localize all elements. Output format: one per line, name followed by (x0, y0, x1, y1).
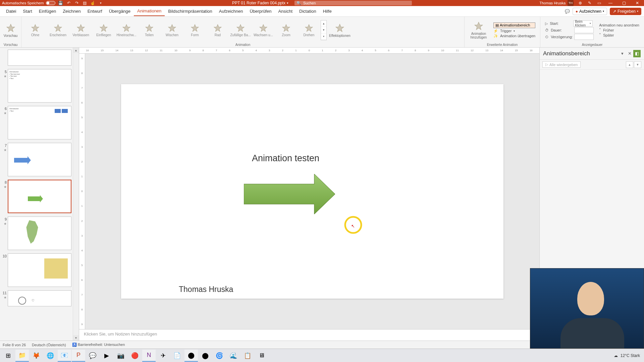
weather-icon[interactable]: ☁ (614, 353, 618, 358)
move-up-button[interactable]: ▲ (626, 61, 633, 68)
filename[interactable]: PPT 01 Roter Faden 004.pptx ▾ (232, 1, 288, 5)
anim-zoom[interactable]: Zoom (275, 22, 297, 38)
slide-thumb-5[interactable]: Animationen• Text text text• Text text• … (8, 69, 71, 103)
tab-ansicht[interactable]: Ansicht (275, 7, 296, 16)
coming-soon-icon[interactable]: ✎ (587, 0, 592, 6)
from-beginning-icon[interactable]: ▤ (82, 0, 88, 6)
tab-hilfe[interactable]: Hilfe (320, 7, 335, 16)
slide-canvas[interactable]: Animation testen ↖ Thomas Hruska (121, 84, 503, 299)
pane-dropdown-icon[interactable]: ▾ (619, 50, 626, 57)
maximize-button[interactable]: ▢ (619, 0, 629, 6)
move-earlier-button[interactable]: ˄Früher (599, 28, 639, 32)
gallery-up-icon[interactable]: ▲ (321, 20, 326, 27)
slide-thumb-9[interactable] (8, 217, 71, 250)
notes-pane[interactable]: Klicken Sie, um Notizen hinzuzufügen (79, 329, 539, 341)
anim-verblassen[interactable]: Verblassen (70, 22, 92, 38)
slide-title-text[interactable]: Animation testen (252, 153, 319, 164)
slide-thumb-7[interactable] (8, 143, 71, 176)
slide-thumb-10[interactable] (8, 253, 71, 287)
animation-pane-button[interactable]: ▤ Animationsbereich (493, 22, 535, 28)
tab-entwurf[interactable]: Entwurf (84, 7, 106, 16)
move-later-button[interactable]: ˅Später (599, 33, 639, 37)
app-icon[interactable]: 🔴 (128, 350, 142, 362)
tab-aufzeichnen[interactable]: Aufzeichnen (216, 7, 247, 16)
play-all-button[interactable]: ▷ Alle wiedergeben (542, 61, 581, 68)
tab-datei[interactable]: Datei (3, 7, 19, 16)
pane-close-icon[interactable]: ✕ (626, 50, 633, 57)
trigger-button[interactable]: ⚡ Trigger ▾ (493, 29, 535, 33)
animation-painter-button[interactable]: ✨ Animation übertragen (493, 34, 535, 38)
sync-icon[interactable]: ⊕ (578, 0, 583, 6)
tab-zeichnen[interactable]: Zeichnen (59, 7, 84, 16)
pane-undock-icon[interactable]: ◧ (633, 50, 641, 57)
anim-wischen[interactable]: Wischen (161, 22, 183, 38)
anim-zufaellige[interactable]: Zufällige Ba... (229, 22, 252, 38)
slide-thumb-11[interactable]: ♡ (8, 290, 71, 306)
app-icon[interactable]: 📋 (241, 350, 254, 362)
animation-gallery[interactable]: Ohne Erscheinen Verblassen Einfliegen Hi… (24, 20, 352, 40)
powerpoint-icon[interactable]: P (72, 350, 85, 362)
app-icon[interactable]: ⬤ (199, 350, 212, 362)
anim-rad[interactable]: Rad (207, 22, 229, 38)
weather-text[interactable]: 12°C Stark (621, 353, 640, 358)
add-animation-button[interactable]: Animation hinzufügen (467, 20, 490, 41)
file-explorer-icon[interactable]: 📁 (15, 350, 29, 362)
tab-ueberpruefen[interactable]: Überprüfen (246, 7, 275, 16)
start-button[interactable]: ⊞ (1, 350, 15, 362)
anim-einfliegen[interactable]: Einfliegen (93, 22, 115, 38)
app-icon[interactable]: 💬 (86, 350, 99, 362)
app-icon[interactable]: 🖥 (255, 350, 268, 362)
green-arrow-shape[interactable] (244, 174, 335, 214)
comments-button[interactable]: 💬 (565, 9, 570, 14)
preview-button[interactable]: Vorschau (3, 22, 18, 39)
firefox-icon[interactable]: 🦊 (30, 350, 43, 362)
tab-einfuegen[interactable]: Einfügen (36, 7, 59, 16)
anim-erscheinen[interactable]: Erscheinen (47, 22, 69, 38)
outlook-icon[interactable]: 📧 (58, 350, 71, 362)
anim-drehen[interactable]: Drehen (298, 22, 320, 38)
app-icon[interactable]: 📷 (114, 350, 127, 362)
tab-dictation[interactable]: Dictation (296, 7, 320, 16)
app-icon[interactable]: 🌀 (213, 350, 226, 362)
move-down-button[interactable]: ▼ (634, 61, 641, 68)
effect-options-button[interactable]: Effektoptionen (327, 22, 352, 39)
window-mode-icon[interactable]: ▭ (596, 0, 602, 6)
close-button[interactable]: ✕ (633, 0, 642, 6)
canvas-area[interactable]: Animation testen ↖ Thomas Hruska (85, 54, 539, 329)
thumb-scrollbar[interactable]: ▲ ▼ (73, 48, 79, 341)
slide-thumb-6[interactable]: Animationen• Text (8, 106, 71, 139)
gallery-more-icon[interactable]: ▾ (321, 34, 326, 40)
redo-icon[interactable]: ↷ (74, 0, 79, 6)
touch-mode-icon[interactable]: ☝ (90, 0, 96, 6)
gallery-down-icon[interactable]: ▼ (321, 27, 326, 33)
vlc-icon[interactable]: ▶ (100, 350, 113, 362)
record-button[interactable]: ● Aufzeichnen ▾ (573, 8, 607, 15)
autosave-toggle[interactable]: Automatisches Speichern (2, 1, 55, 5)
slide-thumb-partial[interactable] (8, 50, 71, 66)
tab-start[interactable]: Start (19, 7, 35, 16)
anim-form[interactable]: Form (184, 22, 206, 38)
chevron-down-icon[interactable]: ▾ (287, 1, 288, 5)
tab-animationen[interactable]: Animationen (134, 6, 165, 16)
obs-icon[interactable]: ⬤ (184, 350, 198, 362)
toggle-switch-icon[interactable] (46, 1, 55, 5)
chrome-icon[interactable]: 🌐 (44, 350, 57, 362)
share-button[interactable]: ↗ Freigeben ▾ (610, 8, 641, 15)
anim-hineinschweben[interactable]: Hineinschw... (115, 22, 138, 38)
accessibility-status[interactable]: ♿ Barrierefreiheit: Untersuchen (72, 343, 125, 347)
qat-dropdown-icon[interactable]: ▾ (98, 0, 104, 6)
app-icon[interactable]: 📄 (170, 350, 184, 362)
user-account[interactable]: Thomas Hruska TH (539, 0, 574, 6)
duration-input[interactable] (574, 27, 594, 33)
minimize-button[interactable]: — (606, 0, 615, 6)
search-input[interactable]: 🔍 Suchen (294, 1, 412, 5)
anim-wachsen[interactable]: Wachsen u... (252, 22, 274, 38)
anim-teilen[interactable]: Teilen (138, 22, 160, 38)
delay-input[interactable] (574, 34, 594, 40)
onenote-icon[interactable]: N (142, 350, 156, 362)
scroll-down-icon[interactable]: ▼ (73, 335, 79, 341)
edge-icon[interactable]: 🌊 (227, 350, 240, 362)
language-status[interactable]: Deutsch (Österreich) (32, 343, 66, 347)
gallery-scroll[interactable]: ▲ ▼ ▾ (321, 20, 327, 40)
start-dropdown[interactable]: Beim Klicken▾ (573, 20, 593, 26)
